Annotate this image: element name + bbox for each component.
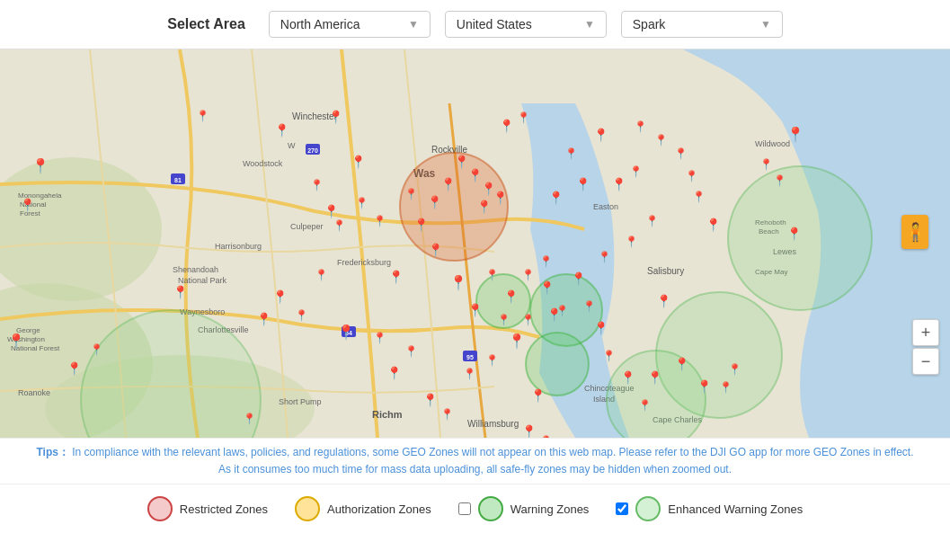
svg-text:📍: 📍 bbox=[324, 204, 340, 219]
svg-text:📍: 📍 bbox=[685, 169, 698, 182]
svg-point-49 bbox=[607, 351, 706, 438]
svg-text:Shenandoah: Shenandoah bbox=[173, 265, 218, 274]
enhanced-zones-checkbox[interactable] bbox=[616, 502, 628, 515]
svg-text:📍: 📍 bbox=[521, 268, 535, 281]
svg-text:📍: 📍 bbox=[476, 200, 493, 215]
svg-text:Woodstock: Woodstock bbox=[243, 159, 283, 168]
svg-text:📍: 📍 bbox=[517, 111, 530, 124]
svg-text:📍: 📍 bbox=[463, 367, 476, 380]
svg-text:📍: 📍 bbox=[773, 173, 786, 187]
svg-text:📍: 📍 bbox=[310, 178, 324, 191]
svg-text:📍: 📍 bbox=[582, 299, 596, 313]
svg-text:📍: 📍 bbox=[564, 147, 578, 160]
warning-zone-icon bbox=[478, 496, 503, 521]
legend-item-warning: Warning Zones bbox=[458, 496, 590, 521]
restricted-zone-icon bbox=[147, 496, 173, 521]
svg-text:Fredericksburg: Fredericksburg bbox=[337, 258, 391, 267]
tips-line1: In compliance with the relevant laws, po… bbox=[72, 446, 913, 458]
svg-text:📍: 📍 bbox=[786, 227, 803, 242]
svg-text:📍: 📍 bbox=[449, 274, 467, 291]
device-dropdown[interactable]: Spark ▼ bbox=[621, 11, 783, 38]
svg-text:📍: 📍 bbox=[620, 370, 636, 386]
svg-text:📍: 📍 bbox=[692, 190, 706, 203]
svg-text:📍: 📍 bbox=[427, 195, 443, 210]
svg-text:📍: 📍 bbox=[719, 380, 732, 394]
svg-text:📍: 📍 bbox=[422, 393, 439, 408]
svg-text:📍: 📍 bbox=[759, 157, 773, 171]
svg-text:Richm: Richm bbox=[372, 409, 403, 420]
legend-bar: Restricted Zones Authorization Zones War… bbox=[0, 484, 950, 533]
map-container[interactable]: 81 270 64 95 Winchester Woodstock W Rock… bbox=[0, 49, 950, 438]
warning-zones-checkbox[interactable] bbox=[458, 502, 471, 515]
svg-text:📍: 📍 bbox=[575, 177, 591, 192]
svg-text:📍: 📍 bbox=[625, 235, 638, 248]
country-value: United States bbox=[457, 17, 532, 31]
pegman-icon[interactable]: 🧍 bbox=[901, 215, 928, 249]
svg-text:📍: 📍 bbox=[413, 218, 430, 233]
svg-text:📍: 📍 bbox=[440, 177, 457, 192]
svg-text:📍: 📍 bbox=[598, 250, 611, 263]
svg-text:📍: 📍 bbox=[539, 434, 553, 438]
country-dropdown[interactable]: United States ▼ bbox=[445, 11, 607, 38]
svg-text:📍: 📍 bbox=[333, 218, 346, 232]
svg-text:📍: 📍 bbox=[499, 119, 515, 134]
svg-text:81: 81 bbox=[174, 177, 182, 183]
svg-text:📍: 📍 bbox=[404, 344, 418, 358]
svg-text:📍: 📍 bbox=[539, 254, 553, 268]
svg-text:📍: 📍 bbox=[629, 164, 643, 178]
svg-text:📍: 📍 bbox=[388, 270, 404, 285]
country-chevron-icon: ▼ bbox=[584, 18, 595, 31]
svg-text:📍: 📍 bbox=[539, 280, 555, 296]
tips-bar: Tips： In compliance with the relevant la… bbox=[0, 438, 950, 484]
svg-text:📍: 📍 bbox=[20, 198, 36, 213]
svg-text:📍: 📍 bbox=[728, 362, 741, 376]
svg-text:📍: 📍 bbox=[647, 370, 663, 386]
svg-text:📍: 📍 bbox=[656, 294, 672, 309]
svg-text:📍: 📍 bbox=[7, 333, 25, 350]
svg-text:Roanoke: Roanoke bbox=[18, 388, 50, 397]
device-value: Spark bbox=[633, 17, 666, 31]
svg-text:📍: 📍 bbox=[274, 123, 290, 138]
svg-text:📍: 📍 bbox=[645, 214, 659, 227]
enhanced-label: Enhanced Warning Zones bbox=[668, 502, 803, 516]
svg-text:📍: 📍 bbox=[548, 191, 564, 206]
svg-text:📍: 📍 bbox=[508, 333, 526, 350]
svg-text:📍: 📍 bbox=[90, 342, 103, 356]
svg-text:270: 270 bbox=[307, 147, 318, 154]
restricted-label: Restricted Zones bbox=[180, 502, 268, 516]
svg-text:📍: 📍 bbox=[467, 303, 484, 318]
svg-text:Salisbury: Salisbury bbox=[647, 266, 684, 276]
authorization-zone-icon bbox=[295, 496, 320, 521]
svg-text:📍: 📍 bbox=[173, 285, 189, 300]
svg-text:📍: 📍 bbox=[697, 379, 713, 395]
svg-text:📍: 📍 bbox=[485, 353, 499, 367]
svg-text:📍: 📍 bbox=[593, 321, 609, 336]
svg-text:📍: 📍 bbox=[634, 120, 647, 133]
svg-text:📍: 📍 bbox=[571, 271, 587, 287]
zoom-out-button[interactable]: − bbox=[912, 348, 939, 375]
svg-text:📍: 📍 bbox=[404, 187, 418, 200]
svg-text:📍: 📍 bbox=[674, 147, 688, 160]
legend-item-authorization: Authorization Zones bbox=[295, 496, 431, 521]
svg-text:Culpeper: Culpeper bbox=[290, 222, 324, 231]
svg-text:📍: 📍 bbox=[328, 110, 344, 125]
svg-text:Harrisonburg: Harrisonburg bbox=[215, 242, 262, 251]
zoom-in-button[interactable]: + bbox=[912, 319, 939, 346]
svg-text:📍: 📍 bbox=[654, 133, 668, 147]
svg-text:📍: 📍 bbox=[706, 218, 722, 233]
region-dropdown[interactable]: North America ▼ bbox=[269, 11, 431, 38]
enhanced-zone-icon bbox=[635, 496, 661, 521]
svg-text:📍: 📍 bbox=[555, 304, 569, 317]
svg-text:📍: 📍 bbox=[593, 128, 609, 143]
svg-text:📍: 📍 bbox=[373, 331, 386, 344]
svg-text:📍: 📍 bbox=[196, 109, 209, 122]
svg-text:📍: 📍 bbox=[428, 243, 444, 258]
svg-text:95: 95 bbox=[466, 354, 474, 360]
svg-text:📍: 📍 bbox=[493, 191, 509, 206]
svg-text:📍: 📍 bbox=[602, 349, 616, 362]
svg-text:📍: 📍 bbox=[638, 398, 652, 412]
svg-text:📍: 📍 bbox=[295, 308, 308, 322]
zoom-controls: 🧍 + − bbox=[912, 319, 939, 375]
svg-text:Williamsburg: Williamsburg bbox=[467, 419, 519, 429]
svg-text:📍: 📍 bbox=[256, 312, 272, 327]
